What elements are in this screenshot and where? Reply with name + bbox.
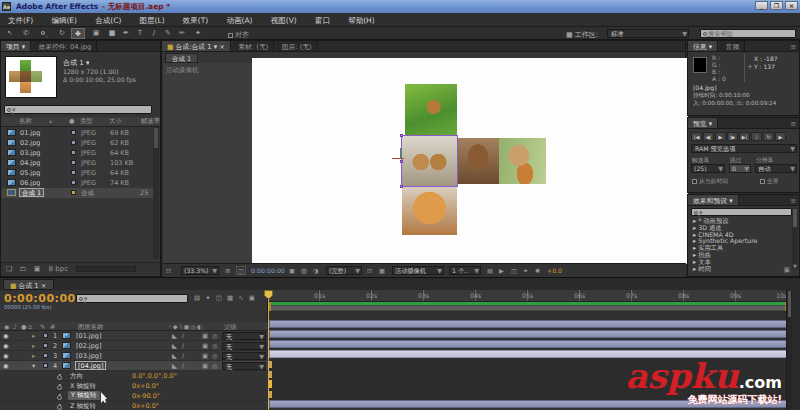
menu-layer[interactable]: 图层(L) [132,13,173,26]
project-search-input[interactable]: ▾ [4,105,152,114]
comp-mini-tab[interactable]: 合成 1 [165,53,198,63]
layer-name-column[interactable]: 图层名称 [78,322,103,331]
magnification-select[interactable]: (33.3%)▼ [181,266,219,275]
skip-select[interactable]: 0▼ [729,164,751,173]
project-list-header[interactable]: 名称 ▴ ● 类型 大小 帧速率 [1,117,160,127]
exposure-reset-icon[interactable]: ✺ [535,264,540,277]
expander-icon[interactable]: ▸ [32,351,35,361]
effects-category[interactable]: ▸ 扭曲 [689,252,793,259]
viewer-pasteboard[interactable]: 活动摄像机 [163,63,686,263]
menu-effect[interactable]: 效果(T) [175,13,216,26]
effects-category[interactable]: ▸ Synthetic Aperture [689,238,793,245]
snap-checkbox[interactable] [228,33,233,38]
timeline-jump-icon[interactable]: ◫ [511,264,517,277]
layer-label-color[interactable] [43,353,48,358]
audio-button[interactable]: ♪ [751,132,762,141]
minimize-button[interactable]: _ [755,1,768,10]
eraser-tool-icon[interactable]: ✏ [175,28,189,39]
layer-row-2[interactable]: ◉▸2[02.jpg]◣∕▣◎无▼ [0,341,268,351]
eye-icon[interactable]: ◉ [3,331,9,341]
transparency-grid-icon[interactable]: ▦ [379,264,385,277]
cube-3d-switch[interactable]: ▣ [202,351,208,361]
restore-button[interactable]: ❐ [770,1,783,10]
project-bpc-label[interactable]: 8 bpc [49,265,68,273]
prop-value[interactable]: 0x+0.0° [132,401,159,410]
menu-composition[interactable]: 合成(C) [87,13,129,26]
expander-icon[interactable]: ▸ [32,331,35,341]
grid-icon[interactable]: ◫ [236,266,246,275]
effects-category[interactable]: ▸ 3D 通道 [689,225,793,232]
project-item[interactable]: 06.jpgJPEG74 KB [2,178,159,188]
label-color[interactable] [71,160,76,165]
layer-bar-1[interactable] [269,320,788,328]
column-fps[interactable]: 帧速率 [141,117,160,126]
camera-tool-icon[interactable]: ✥ [71,28,85,39]
next-frame-button[interactable]: |▶ [727,132,738,141]
project-item[interactable]: 05.jpgJPEG64 KB [2,168,159,178]
cube-3d-switch[interactable]: ▣ [202,331,208,341]
fx-switch[interactable]: ∕ [182,361,184,371]
parent-select[interactable]: 无▼ [222,342,266,350]
always-preview-icon[interactable]: ⊡ [166,267,171,274]
project-item[interactable]: 02.jpgJPEG62 KB [2,138,159,148]
brush-tool-icon[interactable]: ∕ [147,28,161,39]
stopwatch-icon[interactable] [57,375,62,380]
project-hscrollbar[interactable] [76,266,136,272]
project-item[interactable]: 01.jpgJPEG69 KB [2,128,159,138]
timeline-search-input[interactable]: ▾ [76,294,188,303]
photo-squirrel[interactable] [405,84,457,135]
panel-menu-icon[interactable]: ≡ [790,197,796,205]
shape-tool-icon[interactable]: ■ [105,28,119,39]
layer-row-4-selected[interactable]: ◉▾4[04.jpg]◣∕▣◎无▼ [0,361,268,371]
view-layout-select[interactable]: 1 个..▼ [449,266,481,275]
menu-file[interactable]: 文件(F) [0,13,41,26]
safe-margins-icon[interactable]: ⊞ [225,264,230,277]
label-color[interactable] [71,170,76,175]
tab-project[interactable]: 项目 ▾ [1,41,31,52]
from-current-checkbox[interactable]: 从当前时间 [692,177,728,186]
text-tool-icon[interactable]: T [133,28,147,39]
interpret-footage-icon[interactable]: ❏ [6,265,12,273]
panel-menu-icon[interactable]: ≡ [790,120,796,128]
first-frame-button[interactable]: |◀ [691,132,702,141]
label-color[interactable] [71,190,76,195]
eye-icon[interactable]: ◉ [3,341,9,351]
cube-3d-switch[interactable]: ▣ [202,361,208,371]
layer-row-1[interactable]: ◉▸1[01.jpg]◣∕▣◎无▼ [0,331,268,341]
prop-row-y-rotation[interactable]: Y 轴旋转0x-90.0° [0,391,268,401]
tab-composition[interactable]: ■ 合成:合成 1 ▾ × [162,41,231,52]
prop-row-x-rotation[interactable]: X 轴旋转0x+0.0° [0,381,268,391]
flowchart-icon[interactable]: ✦ [523,264,528,277]
ram-preview-button[interactable]: ▶ [775,132,786,141]
zoom-tool-icon[interactable] [35,28,49,39]
viewer-timecode[interactable]: 0:00:00:00 [251,264,285,277]
keyframe-orientation[interactable] [269,361,272,368]
tab-preview[interactable]: 预览 ▾ [688,118,718,129]
channels-icon[interactable]: ◑ [313,264,318,277]
new-animation-preset-icon[interactable]: ▣ [783,266,790,274]
panel-menu-icon[interactable]: ≡ [790,43,796,51]
label-color[interactable] [71,140,76,145]
layer-label-color[interactable] [43,363,48,368]
project-item-selected[interactable]: 合成 1合成25 [2,188,159,198]
selection-handle[interactable] [400,134,403,137]
time-ruler[interactable]: 01s 02s 03s 04s 05s 06s 07s 08s 09s 10s [268,290,792,302]
title-bar[interactable]: Ae Adobe After Effects - 无标题项目.aep * _ ❐… [0,0,800,13]
draft3d-icon[interactable]: ✦ [205,294,210,302]
parent-column[interactable]: 父级 [224,322,237,331]
timeline-tab[interactable]: ■ 合成 1 × [3,279,54,290]
camera-select[interactable]: 活动摄像机▼ [392,266,444,275]
photo-dog[interactable] [457,138,499,184]
pan-behind-tool-icon[interactable]: ▣ [89,28,103,39]
menu-animation[interactable]: 动画(A) [219,13,261,26]
quality-switch[interactable]: ◣ [172,341,177,351]
fast-preview-icon[interactable]: ▶ [499,264,504,277]
cube-3d-switch[interactable]: ▣ [202,341,208,351]
quality-switch[interactable]: ◣ [172,361,177,371]
project-scrollbar[interactable] [153,127,159,259]
keyframe-z-rotation[interactable] [269,391,272,398]
eye-icon[interactable]: ◉ [3,361,9,371]
eye-icon[interactable]: ◉ [3,351,9,361]
menu-window[interactable]: 窗口 [307,13,338,26]
prev-frame-button[interactable]: ◀| [703,132,714,141]
